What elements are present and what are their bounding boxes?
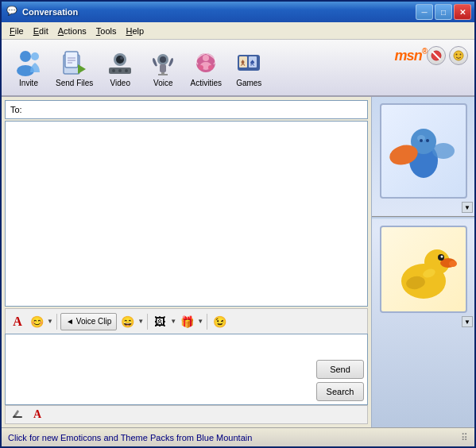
gift-arrow[interactable]: ▼ [197, 318, 203, 325]
main-area: To: A 😊 ▼ ◄ Voice Clip 😄 [2, 97, 474, 427]
menu-actions[interactable]: Actions [53, 25, 91, 37]
menu-file[interactable]: File [5, 25, 29, 37]
svg-point-49 [449, 261, 457, 267]
voice-label: Voice [153, 79, 172, 87]
left-panel: To: A 😊 ▼ ◄ Voice Clip 😄 [2, 97, 371, 427]
svg-point-36 [456, 54, 458, 56]
toolbar-activities-button[interactable]: Activities [185, 46, 226, 90]
svg-text:A: A [241, 60, 246, 68]
nudge-button[interactable]: 😄 [118, 313, 136, 330]
toolbar-games-button[interactable]: ♦ A ♠ K Games [228, 46, 269, 90]
send-buttons: Send Search [316, 360, 364, 401]
right-panel: ▼ [371, 97, 474, 427]
block-button[interactable] [427, 46, 446, 65]
games-label: Games [236, 79, 261, 87]
font-icon: A [13, 315, 22, 329]
video-label: Video [110, 79, 130, 87]
font-button[interactable]: A [9, 313, 26, 330]
title-bar: 💬 Conversation ─ □ ✕ [2, 2, 474, 22]
title-bar-left: 💬 Conversation [6, 6, 78, 18]
search-button[interactable]: Search [316, 382, 364, 401]
svg-point-2 [31, 52, 39, 60]
top-avatar-box [380, 103, 467, 199]
svg-point-14 [118, 69, 122, 72]
toolbar-sendfiles-button[interactable]: Send Files [51, 46, 98, 90]
voice-clip-play-icon: ◄ [66, 317, 74, 326]
msn-logo: msn® [395, 46, 427, 64]
svg-point-0 [20, 51, 31, 62]
minimize-button[interactable]: ─ [416, 4, 433, 20]
window-icon: 💬 [6, 6, 19, 18]
bottom-avatar-box [380, 226, 467, 313]
avatar-bottom-scroll-down[interactable]: ▼ [462, 316, 473, 327]
format-font-icon: A [33, 408, 41, 421]
toolbar-video-button[interactable]: Video [99, 46, 141, 90]
svg-marker-8 [78, 64, 86, 74]
activities-label: Activities [191, 79, 222, 87]
avatar-scroll-down[interactable]: ▼ [462, 202, 473, 213]
svg-point-17 [160, 56, 166, 63]
svg-rect-4 [65, 52, 78, 68]
status-text[interactable]: Click for new Emoticons and Theme Packs … [8, 433, 252, 442]
image-arrow[interactable]: ▼ [170, 318, 176, 325]
svg-point-15 [125, 69, 128, 72]
games-icon: ♦ A ♠ K [234, 48, 263, 77]
svg-point-11 [120, 56, 123, 60]
gift-button[interactable]: 🎁 [178, 313, 195, 330]
svg-point-35 [454, 51, 463, 60]
close-button[interactable]: ✕ [454, 4, 471, 20]
emoticon-button[interactable] [449, 46, 468, 65]
resize-grip[interactable]: ⠿ [461, 432, 468, 443]
toolbar-voice-button[interactable]: Voice [142, 46, 184, 90]
svg-point-24 [199, 65, 203, 70]
svg-point-25 [208, 65, 213, 70]
emoticon-picker-button[interactable]: 😊 [28, 313, 45, 330]
toolbar-small-buttons [427, 46, 468, 65]
separator-1 [56, 314, 57, 330]
svg-point-13 [112, 69, 115, 72]
menu-help[interactable]: Help [122, 25, 149, 37]
toolbar-invite-button[interactable]: Invite [8, 46, 49, 90]
svg-point-42 [432, 143, 455, 159]
voice-clip-label: Voice Clip [76, 317, 111, 326]
wink-button[interactable]: 😉 [211, 313, 228, 330]
svg-rect-20 [158, 74, 168, 75]
status-bar: Click for new Emoticons and Theme Packs … [2, 427, 474, 446]
voice-icon [149, 48, 177, 77]
svg-point-37 [460, 54, 462, 56]
svg-point-22 [203, 55, 209, 61]
handwriting-button[interactable] [9, 406, 26, 423]
svg-point-44 [420, 139, 423, 142]
nudge-arrow[interactable]: ▼ [137, 318, 144, 325]
panel-separator [372, 216, 474, 219]
invite-label: Invite [19, 79, 38, 87]
send-button[interactable]: Send [316, 360, 364, 379]
main-window: 💬 Conversation ─ □ ✕ File Edit Actions T… [0, 0, 476, 448]
svg-text:K: K [250, 60, 255, 68]
msn-butterfly-avatar [388, 111, 459, 191]
message-area [5, 121, 368, 307]
maximize-button[interactable]: □ [435, 4, 452, 20]
emoticon-arrow[interactable]: ▼ [47, 318, 53, 325]
separator-2 [147, 314, 148, 330]
menu-edit[interactable]: Edit [29, 25, 53, 37]
format-font-button[interactable]: A [29, 406, 46, 423]
activities-icon [192, 48, 220, 77]
voice-clip-button[interactable]: ◄ Voice Clip [60, 313, 117, 330]
message-input[interactable] [6, 334, 367, 404]
bottom-format-bar: A [5, 405, 368, 424]
invite-icon [14, 48, 43, 77]
video-icon [106, 48, 134, 77]
svg-point-45 [426, 139, 429, 142]
format-toolbar: A 😊 ▼ ◄ Voice Clip 😄 ▼ 🖼 ▼ [5, 308, 368, 334]
input-area: Send Search [5, 334, 368, 405]
menu-tools[interactable]: Tools [91, 25, 122, 37]
toolbar: Invite Send Files [2, 40, 474, 97]
image-button[interactable]: 🖼 [151, 313, 168, 330]
sendfiles-label: Send Files [56, 79, 93, 87]
svg-point-51 [440, 256, 443, 258]
menu-bar: File Edit Actions Tools Help [2, 22, 474, 40]
separator-3 [207, 314, 207, 330]
window-title: Conversation [22, 7, 78, 17]
handwriting-icon [11, 408, 24, 421]
